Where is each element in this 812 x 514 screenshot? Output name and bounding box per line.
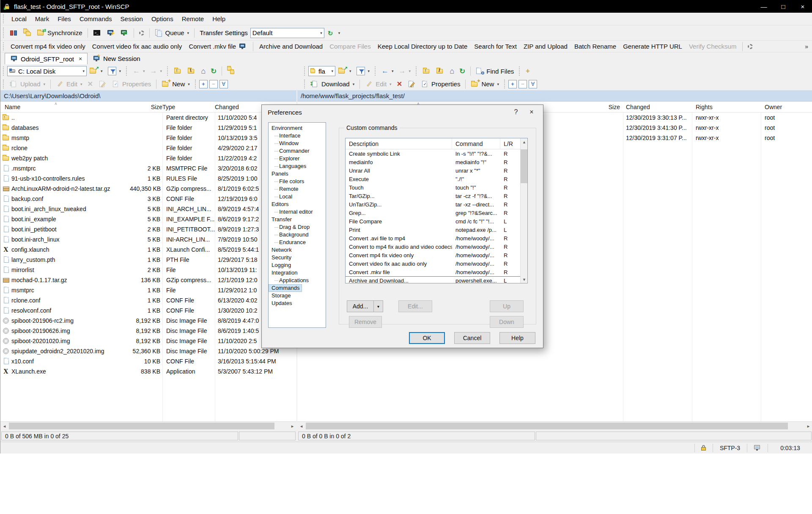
local-horizontal-scrollbar[interactable]: ◂▸ bbox=[0, 421, 296, 430]
gear-icon[interactable] bbox=[745, 43, 755, 50]
local-home-directory-icon[interactable]: ⌂ bbox=[198, 66, 208, 77]
menu-item-local[interactable]: Local bbox=[7, 14, 31, 24]
tree-item-local[interactable]: Local bbox=[269, 193, 326, 201]
remote-properties-button[interactable]: ✓Properties bbox=[418, 79, 463, 89]
local-parent-directory-icon[interactable]: ↑ bbox=[171, 66, 185, 76]
custom-command-row[interactable]: Printnotepad.exe /p...L bbox=[346, 225, 527, 234]
table-row[interactable]: x10.conf10 KBCONF File3/16/2013 5:15:44 … bbox=[0, 356, 296, 366]
tree-item-logging[interactable]: Logging bbox=[269, 261, 326, 269]
table-row[interactable]: boot.ini_example5 KBINI_EXAMPLE F...8/6/… bbox=[0, 214, 296, 224]
table-row[interactable]: larry_custom.pth1 KBPTH File1/29/2017 5:… bbox=[0, 255, 296, 265]
column-header-owner[interactable]: Owner bbox=[762, 102, 812, 112]
tree-item-window[interactable]: Window bbox=[269, 140, 326, 147]
local-new-button[interactable]: ✦New▾ bbox=[159, 79, 192, 89]
tree-item-languages[interactable]: Languages bbox=[269, 162, 326, 170]
remove-button[interactable]: Remove bbox=[349, 316, 382, 328]
down-button[interactable]: Down bbox=[490, 316, 524, 328]
table-row[interactable]: resolvconf.conf1 KBCONF File1/30/2020 10… bbox=[0, 305, 296, 316]
local-directory-tree-icon[interactable] bbox=[225, 66, 238, 76]
encryption-lock-icon[interactable] bbox=[701, 445, 707, 451]
menu-item-session[interactable]: Session bbox=[116, 14, 147, 24]
open-in-putty-icon[interactable]: ⚡ bbox=[104, 28, 118, 38]
custom-command-row[interactable]: Grep...grep "!?&Searc...R bbox=[346, 209, 527, 217]
custom-command-generate-http-url[interactable]: Generate HTTP URL bbox=[620, 42, 686, 51]
add-bookmark-icon[interactable]: + bbox=[523, 66, 532, 76]
local-back-icon[interactable]: ←▾ bbox=[130, 66, 148, 77]
local-filter-icon[interactable]: ▾ bbox=[105, 66, 124, 77]
remote-edit-button[interactable]: Edit▾ bbox=[362, 79, 394, 89]
remote-directory-combo[interactable]: fla▾ bbox=[308, 66, 335, 76]
column-header-name[interactable]: Name bbox=[0, 102, 130, 112]
tree-item-drag-drop[interactable]: Drag & Drop bbox=[269, 223, 326, 231]
tree-item-explorer[interactable]: Explorer bbox=[269, 155, 326, 162]
help-button[interactable]: Help bbox=[499, 332, 535, 344]
table-row[interactable]: boot.ini_petitboot2 KBINI_PETITBOOT...8/… bbox=[0, 224, 296, 234]
remote-open-directory-icon[interactable]: ↗▾ bbox=[335, 66, 354, 76]
remote-path-bar[interactable]: /home/www/flask_projects/flask_test/ bbox=[297, 91, 812, 102]
local-unselect-icon[interactable]: − bbox=[209, 80, 218, 88]
local-edit-button[interactable]: Edit▾ bbox=[53, 79, 85, 89]
tab-close-icon[interactable]: × bbox=[79, 55, 82, 62]
tree-item-file-colors[interactable]: File colors bbox=[269, 178, 326, 185]
tree-item-remote[interactable]: Remote bbox=[269, 185, 326, 193]
cancel-button[interactable]: Cancel bbox=[454, 332, 490, 344]
minimize-button[interactable]: — bbox=[754, 0, 774, 13]
tree-item-network[interactable]: Network bbox=[269, 246, 326, 254]
custom-command-archive-and-download[interactable]: Archive and Download bbox=[256, 42, 326, 51]
tree-item-commands[interactable]: Commands bbox=[269, 284, 302, 292]
table-row[interactable]: 91-usb-x10-controllers.rules1 KBRULES Fi… bbox=[0, 173, 296, 184]
local-select-all-icon[interactable]: ∀ bbox=[219, 80, 228, 88]
table-row[interactable]: msmtprc1 KBFile11/29/2012 1:0 bbox=[0, 285, 296, 295]
custom-command-search-for-text[interactable]: Search for Text bbox=[471, 42, 520, 51]
menu-item-remote[interactable]: Remote bbox=[178, 14, 208, 24]
local-drive-combo[interactable]: C: Local Disk▾ bbox=[7, 66, 87, 76]
custom-command-row[interactable]: Convert .avi file to mp4/home/woody/...R bbox=[346, 234, 527, 242]
column-header-size[interactable]: Size bbox=[130, 102, 162, 112]
custom-command-compare-files[interactable]: Compare Files bbox=[326, 42, 374, 51]
up-button[interactable]: Up bbox=[490, 300, 524, 312]
remote-filter-icon[interactable]: ▾ bbox=[354, 66, 373, 77]
custom-command-row[interactable]: Archive and Download...powershell.exe...… bbox=[346, 276, 527, 283]
custom-command-keep-local-directory-up-to-date[interactable]: Keep Local Directory up to Date bbox=[374, 42, 471, 51]
table-row[interactable]: ArchLinuxARM-odroid-n2-latest.tar.gz440,… bbox=[0, 184, 296, 194]
menu-item-help[interactable]: Help bbox=[208, 14, 230, 24]
custom-command-row[interactable]: Unrar Allunrar x "*"R bbox=[346, 166, 527, 175]
tab-odroid-sftp-root[interactable]: Odroid_SFTP_root × bbox=[5, 53, 88, 64]
add-dropdown-icon[interactable]: ▾ bbox=[373, 300, 383, 312]
table-row[interactable]: spiboot-201906-rc2.img8,192 KBDisc Image… bbox=[0, 316, 296, 326]
menu-item-mark[interactable]: Mark bbox=[31, 14, 53, 24]
remote-select-all-icon[interactable]: ∀ bbox=[529, 80, 537, 88]
remote-forward-icon[interactable]: →▾ bbox=[396, 66, 414, 77]
tree-item-environment[interactable]: Environment bbox=[269, 124, 326, 132]
tree-item-transfer[interactable]: Transfer bbox=[269, 216, 326, 223]
custom-command-row[interactable]: Convert mp4 fix video only/home/woody/..… bbox=[346, 251, 527, 259]
transfer-settings-label[interactable]: Transfer Settings bbox=[197, 29, 250, 36]
table-row[interactable]: XXLaunch.exe838 KBApplication5/3/2007 5:… bbox=[0, 366, 296, 377]
table-row[interactable]: boot.ini-arch_linux5 KBINI-ARCH_LIN...7/… bbox=[0, 234, 296, 245]
tree-item-interface[interactable]: Interface bbox=[269, 132, 326, 140]
table-row[interactable]: rclone.conf1 KBCONF File6/13/2020 4:02 bbox=[0, 295, 296, 305]
local-path-bar[interactable]: C:\Users\Larry\Downloads\Odroid\ bbox=[0, 91, 296, 102]
remote-back-icon[interactable]: ←▾ bbox=[379, 66, 396, 77]
table-row[interactable]: databasesFile folder11/29/2019 5:1 bbox=[0, 123, 296, 133]
remote-home-directory-icon[interactable]: ⌂ bbox=[447, 66, 457, 77]
table-row[interactable]: spiboot-20201020.img8,192 KBDisc Image F… bbox=[0, 336, 296, 346]
remote-refresh-icon[interactable]: ↻ bbox=[457, 66, 468, 77]
find-files-button[interactable]: Find Files bbox=[473, 66, 516, 76]
table-row[interactable]: boot.ini_arch_linux_tweaked5 KBINI_ARCH_… bbox=[0, 204, 296, 214]
custom-command-batch-rename[interactable]: Batch Rename bbox=[571, 42, 620, 51]
local-refresh-icon[interactable]: ↻ bbox=[208, 66, 219, 77]
table-row[interactable]: spiupdate_odroidn2_20201020.img52,360 KB… bbox=[0, 346, 296, 356]
remote-new-button[interactable]: ✦New▾ bbox=[468, 79, 502, 89]
table-row[interactable]: ..Parent directory11/10/2020 5:4 bbox=[0, 113, 296, 123]
tree-item-background[interactable]: Background bbox=[269, 231, 326, 239]
transfer-settings-combo[interactable]: Default▾ bbox=[250, 28, 324, 38]
custom-command-row[interactable]: Touchtouch "!"R bbox=[346, 183, 527, 192]
local-delete-icon[interactable]: ✕ bbox=[85, 79, 95, 89]
custom-command-row[interactable]: mediainfomediainfo "!"R bbox=[346, 158, 527, 166]
custom-command-row[interactable]: Convert .mkv file/home/woody/...R bbox=[346, 268, 527, 276]
local-properties-button[interactable]: ✓Properties bbox=[109, 79, 154, 89]
transfer-options-icon[interactable]: ↻▾ bbox=[324, 28, 343, 38]
custom-command-row[interactable]: UnTar/GZip...tar -xz --direct...R bbox=[346, 200, 527, 209]
close-button[interactable]: × bbox=[793, 0, 812, 13]
